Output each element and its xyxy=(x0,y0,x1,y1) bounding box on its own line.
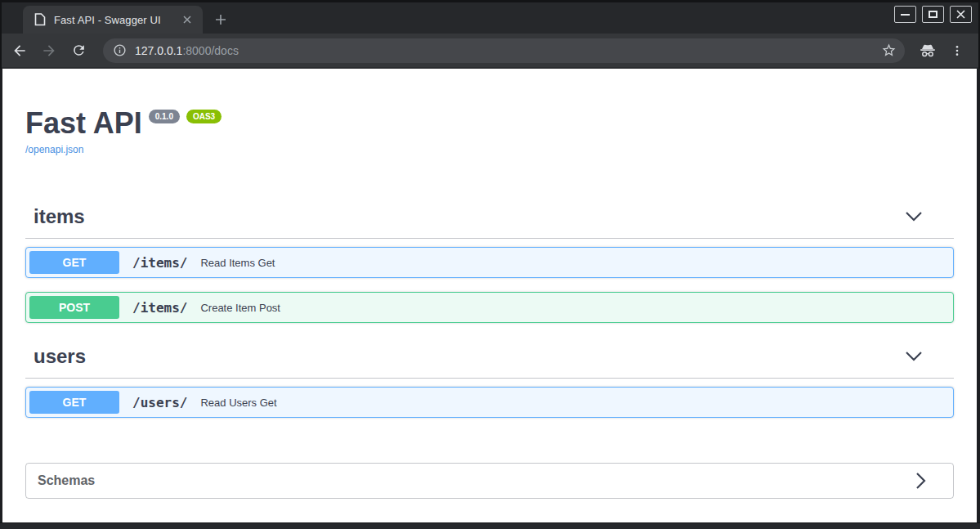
method-badge: POST xyxy=(29,296,119,319)
tab-title: Fast API - Swagger UI xyxy=(54,14,180,26)
site-info-icon[interactable] xyxy=(113,43,127,57)
section-items: items GET /items/ Read Items Get POST /i… xyxy=(25,197,954,323)
operation-path: /users/ xyxy=(119,395,195,410)
section-items-header[interactable]: items xyxy=(25,197,954,239)
openapi-spec-link[interactable]: /openapi.json xyxy=(25,144,83,155)
url-host: 127.0.0.1 xyxy=(135,44,182,57)
reload-button[interactable] xyxy=(65,38,92,64)
schemas-section[interactable]: Schemas xyxy=(25,463,954,499)
incognito-icon xyxy=(915,38,941,64)
bookmark-star-icon[interactable] xyxy=(881,43,897,58)
browser-window: Fast API - Swagger UI xyxy=(0,0,980,529)
close-button[interactable] xyxy=(950,6,972,23)
reload-icon xyxy=(71,43,87,58)
tab-close-icon[interactable] xyxy=(180,12,195,27)
close-icon xyxy=(956,10,965,19)
operation-post-items[interactable]: POST /items/ Create Item Post xyxy=(25,292,954,323)
url-text[interactable]: 127.0.0.1:8000/docs xyxy=(135,44,881,57)
method-badge: GET xyxy=(29,391,119,414)
kebab-menu-icon xyxy=(951,44,964,57)
api-title-row: Fast API 0.1.0 OAS3 xyxy=(25,106,954,140)
window-controls xyxy=(894,6,972,23)
section-users: users GET /users/ Read Users Get xyxy=(25,337,954,418)
minimize-icon xyxy=(901,14,910,16)
section-users-header[interactable]: users xyxy=(25,337,954,379)
url-path: :8000/docs xyxy=(182,44,239,57)
chevron-right-icon[interactable] xyxy=(915,472,927,490)
operation-summary: Create Item Post xyxy=(195,302,280,314)
maximize-button[interactable] xyxy=(922,6,944,23)
chevron-down-icon[interactable] xyxy=(905,351,923,362)
page-content: Fast API 0.1.0 OAS3 /openapi.json items … xyxy=(0,69,980,522)
page-title: Fast API xyxy=(25,106,142,140)
forward-arrow-icon xyxy=(41,43,57,59)
tab-strip: Fast API - Swagger UI xyxy=(0,0,980,34)
version-badge: 0.1.0 xyxy=(149,110,180,123)
document-icon xyxy=(34,13,46,26)
browser-toolbar: 127.0.0.1:8000/docs xyxy=(0,34,980,67)
schemas-title: Schemas xyxy=(38,473,95,488)
operation-path: /items/ xyxy=(119,255,195,271)
forward-button[interactable] xyxy=(36,38,62,64)
minimize-button[interactable] xyxy=(894,6,916,23)
browser-tab[interactable]: Fast API - Swagger UI xyxy=(23,6,203,34)
operation-summary: Read Items Get xyxy=(195,257,275,269)
maximize-icon xyxy=(929,11,937,18)
operation-get-items[interactable]: GET /items/ Read Items Get xyxy=(25,247,954,278)
operation-summary: Read Users Get xyxy=(195,397,276,409)
section-title: items xyxy=(34,205,85,228)
browser-menu-button[interactable] xyxy=(944,38,970,64)
back-button[interactable] xyxy=(7,38,33,64)
operation-path: /items/ xyxy=(119,300,195,316)
window-bottom-frame xyxy=(0,522,980,529)
back-arrow-icon xyxy=(11,43,28,59)
operation-get-users[interactable]: GET /users/ Read Users Get xyxy=(25,387,954,418)
method-badge: GET xyxy=(29,251,119,274)
section-title: users xyxy=(34,345,86,368)
chevron-down-icon[interactable] xyxy=(905,211,923,222)
url-bar[interactable]: 127.0.0.1:8000/docs xyxy=(103,38,905,63)
new-tab-button[interactable] xyxy=(209,8,232,31)
oas3-badge: OAS3 xyxy=(186,110,222,123)
